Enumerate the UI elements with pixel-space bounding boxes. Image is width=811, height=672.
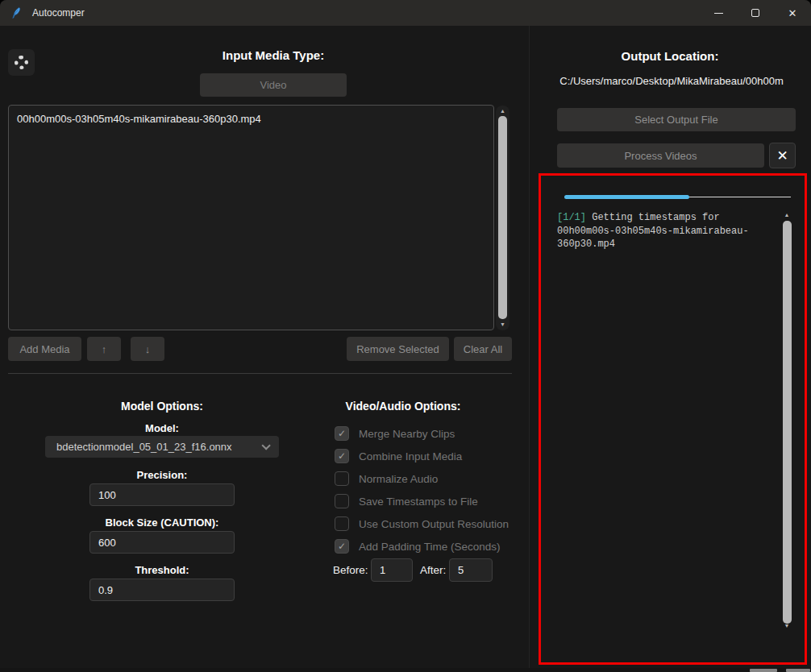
list-item[interactable]: 00h00m00s-03h05m40s-mikamirabeau-360p30.… [9, 106, 493, 132]
maximize-icon [751, 9, 759, 17]
padding-before-input[interactable] [371, 558, 413, 582]
scroll-up-icon[interactable]: ▲ [780, 211, 793, 219]
checkbox-row-combine-input-media[interactable]: ✓ Combine Input Media [335, 449, 462, 463]
block-size-label: Block Size (CAUTION): [48, 516, 276, 529]
model-label: Model: [48, 422, 276, 434]
taskbar-strip [0, 668, 811, 672]
title-bar: Autocomper ✕ [0, 0, 811, 26]
after-label: After: [420, 564, 446, 576]
minimize-button[interactable] [700, 0, 737, 26]
scrollbar-thumb[interactable] [498, 116, 507, 319]
window-controls: ✕ [700, 0, 811, 26]
minimize-icon [714, 13, 723, 14]
block-size-input[interactable] [89, 531, 235, 554]
merge-nearby-clips-checkbox[interactable]: ✓ [335, 426, 349, 441]
busy-spinner [8, 49, 35, 76]
progress-bar [564, 195, 791, 199]
threshold-input[interactable] [89, 579, 235, 601]
console-output-panel-highlighted: [1/1] Getting timestamps for 00h00m00s-0… [539, 173, 807, 665]
panel-divider [529, 26, 530, 668]
combine-input-media-checkbox[interactable]: ✓ [335, 449, 349, 463]
checkbox-row-normalize-audio[interactable]: ✓ Normalize Audio [335, 471, 438, 486]
before-label: Before: [333, 564, 368, 576]
check-icon: ✓ [338, 429, 346, 438]
console-progress-tag: [1/1] [557, 212, 586, 223]
chevron-down-icon [261, 441, 270, 450]
checkbox-row-merge-nearby-clips[interactable]: ✓ Merge Nearby Clips [335, 426, 455, 441]
custom-resolution-checkbox[interactable]: ✓ [335, 516, 349, 531]
checkbox-label: Add Padding Time (Seconds) [359, 541, 501, 553]
checkbox-label: Save Timestamps to File [359, 496, 478, 508]
save-timestamps-checkbox[interactable]: ✓ [335, 494, 349, 508]
maximize-button[interactable] [737, 0, 774, 26]
checkbox-label: Merge Nearby Clips [359, 428, 455, 440]
cancel-processing-button[interactable]: ✕ [769, 143, 796, 168]
console-log: [1/1] Getting timestamps for 00h00m00s-0… [557, 211, 755, 251]
checkbox-row-save-timestamps[interactable]: ✓ Save Timestamps to File [335, 494, 478, 508]
clear-all-button[interactable]: Clear All [454, 337, 512, 361]
normalize-audio-checkbox[interactable]: ✓ [335, 471, 349, 486]
checkbox-label: Use Custom Output Resolution [359, 518, 509, 530]
precision-label: Precision: [48, 469, 276, 481]
video-audio-options-heading: Video/Audio Options: [297, 400, 509, 413]
checkbox-row-custom-resolution[interactable]: ✓ Use Custom Output Resolution [335, 516, 509, 531]
threshold-label: Threshold: [48, 564, 276, 576]
window-title: Autocomper [32, 7, 85, 19]
media-list-scrollbar[interactable]: ▲ ▼ [496, 106, 509, 330]
precision-input[interactable] [89, 483, 235, 506]
media-type-video-button[interactable]: Video [200, 73, 347, 97]
checkbox-label: Combine Input Media [359, 450, 462, 463]
select-output-file-button[interactable]: Select Output File [557, 108, 796, 131]
scroll-down-icon[interactable]: ▼ [496, 321, 509, 329]
tray-fragment [786, 669, 810, 672]
model-options-heading: Model Options: [48, 400, 276, 413]
move-down-button[interactable]: ↓ [131, 337, 164, 361]
output-location-heading: Output Location: [545, 49, 795, 63]
close-button[interactable]: ✕ [774, 0, 811, 26]
scrollbar-thumb[interactable] [783, 221, 792, 624]
input-media-type-heading: Input Media Type: [112, 48, 435, 62]
close-icon: ✕ [788, 8, 797, 19]
move-up-button[interactable]: ↑ [87, 337, 121, 361]
model-dropdown-value: bdetectionmodel_05_01_23_f16.onnx [56, 441, 232, 453]
scroll-down-icon[interactable]: ▼ [780, 622, 793, 630]
model-dropdown[interactable]: bdetectionmodel_05_01_23_f16.onnx [45, 436, 279, 458]
media-file-list[interactable]: 00h00m00s-03h05m40s-mikamirabeau-360p30.… [8, 105, 494, 330]
padding-after-input[interactable] [449, 558, 493, 582]
tray-fragment [750, 669, 777, 672]
progress-fill [564, 195, 689, 199]
checkbox-label: Normalize Audio [359, 473, 438, 485]
feather-app-icon [10, 6, 23, 19]
add-media-button[interactable]: Add Media [8, 337, 81, 361]
process-videos-button[interactable]: Process Videos [557, 143, 764, 168]
app-window: Autocomper ✕ Input Media Type: Video 00h… [0, 0, 811, 668]
check-icon: ✓ [338, 541, 346, 551]
checkbox-row-add-padding-time[interactable]: ✓ Add Padding Time (Seconds) [335, 539, 501, 554]
console-message: Getting timestamps for 00h00m00s-03h05m4… [557, 212, 749, 250]
add-padding-time-checkbox[interactable]: ✓ [335, 539, 349, 554]
horizontal-divider [8, 373, 512, 374]
check-icon: ✓ [338, 451, 346, 461]
output-path-text: C:/Users/marco/Desktop/MikaMirabeau/00h0… [532, 75, 811, 87]
scroll-up-icon[interactable]: ▲ [496, 107, 509, 115]
console-scrollbar[interactable]: ▲ ▼ [780, 209, 793, 651]
spinner-icon [15, 56, 28, 69]
remove-selected-button[interactable]: Remove Selected [347, 337, 449, 361]
